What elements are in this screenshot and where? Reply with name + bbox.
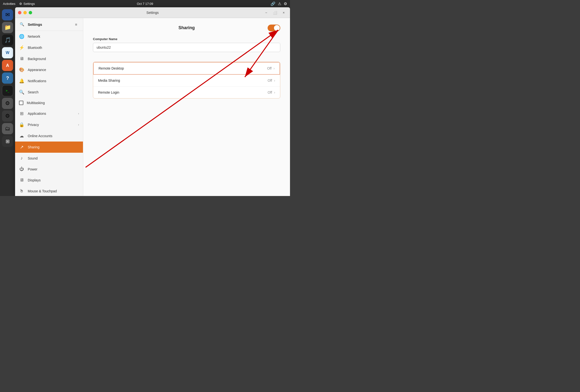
sidebar-search-button[interactable]: 🔍 (18, 20, 26, 28)
applications-arrow: › (78, 112, 79, 115)
sidebar-item-displays[interactable]: 🖥 Displays (15, 175, 83, 186)
sidebar-item-displays-label: Displays (28, 178, 79, 182)
content-area: 🔍 Settings ≡ 🌐 Network ⚡ Bluetooth 🖥 Bac… (15, 18, 290, 196)
window-titlebar: Settings − ⬜ × (15, 7, 290, 18)
window-maximize-button[interactable] (29, 11, 32, 14)
remote-login-item[interactable]: Remote Login Off › (93, 87, 280, 98)
online-accounts-icon: ☁ (19, 133, 24, 139)
media-sharing-item[interactable]: Media Sharing Off › (93, 75, 280, 87)
sidebar-title: Settings (28, 22, 70, 26)
sidebar-item-sharing-label: Sharing (28, 145, 79, 149)
sidebar-item-sharing[interactable]: ↗ Sharing (15, 141, 83, 153)
sidebar-item-multitasking[interactable]: Multitasking (15, 98, 83, 108)
window-action-close[interactable]: × (280, 9, 287, 16)
computer-name-label: Computer Name (93, 37, 280, 41)
sidebar-item-search-label: Search (28, 90, 79, 94)
sidebar-menu-button[interactable]: ≡ (72, 20, 80, 28)
sidebar-item-online-accounts-label: Online Accounts (28, 134, 79, 138)
system-bar-left: Activities ⚙ Settings (3, 2, 35, 5)
sidebar-item-sound[interactable]: ♪ Sound (15, 153, 83, 164)
sidebar-item-power-label: Power (28, 167, 79, 171)
applications-icon: ⊞ (19, 111, 24, 116)
window-action-minimize[interactable]: − (263, 9, 270, 16)
privacy-icon: 🔒 (19, 122, 24, 128)
media-sharing-arrow: › (274, 79, 275, 82)
computer-name-input[interactable] (93, 43, 280, 52)
settings-indicator: ⚙ Settings (19, 2, 35, 5)
system-bar: Activities ⚙ Settings Oct 7 17:09 🔗 ⚠ ⚙ (0, 0, 290, 7)
privacy-arrow: › (78, 123, 79, 127)
sidebar-item-mouse[interactable]: 🖱 Mouse & Touchpad (15, 186, 83, 196)
window-close-button[interactable] (18, 11, 21, 14)
sidebar-item-background-label: Background (28, 57, 79, 61)
taskbar-icon-settings[interactable]: ⚙ (2, 98, 13, 109)
sidebar-item-sound-label: Sound (28, 156, 79, 160)
remote-desktop-arrow: › (274, 66, 275, 70)
taskbar-icon-thunderbird[interactable]: ✉ (2, 9, 13, 20)
sidebar-item-online-accounts[interactable]: ☁ Online Accounts (15, 130, 83, 141)
sidebar-item-notifications-label: Notifications (28, 79, 79, 83)
sharing-toggle[interactable] (268, 24, 280, 31)
sidebar-item-appearance-label: Appearance (28, 68, 79, 72)
network-icon: 🌐 (19, 34, 24, 39)
sidebar-item-applications[interactable]: ⊞ Applications › (15, 108, 83, 119)
background-icon: 🖥 (19, 56, 24, 61)
sidebar-item-network-label: Network (28, 34, 79, 38)
sound-icon: ♪ (19, 156, 24, 161)
media-sharing-label: Media Sharing (98, 79, 268, 82)
sidebar: 🔍 Settings ≡ 🌐 Network ⚡ Bluetooth 🖥 Bac… (15, 18, 83, 196)
remote-desktop-status: Off (267, 66, 272, 70)
sidebar-item-background[interactable]: 🖥 Background (15, 53, 83, 64)
taskbar: ✉ 📁 🎵 W A ? >_ ⚙ ⚙ 🗂 ⊞ (0, 7, 15, 196)
taskbar-icon-filemgr[interactable]: 🗂 (2, 123, 13, 134)
sidebar-item-privacy-label: Privacy (28, 123, 75, 127)
search-icon: 🔍 (19, 90, 24, 95)
sidebar-header: 🔍 Settings ≡ (15, 18, 83, 31)
taskbar-icon-appstore[interactable]: A (2, 60, 13, 71)
bluetooth-icon: ⚡ (19, 45, 24, 50)
sidebar-item-bluetooth[interactable]: ⚡ Bluetooth (15, 42, 83, 53)
main-window: Settings − ⬜ × 🔍 Settings ≡ 🌐 Network ⚡ … (15, 7, 290, 196)
system-bar-datetime: Oct 7 17:09 (137, 2, 153, 5)
taskbar-icon-writer[interactable]: W (2, 47, 13, 58)
taskbar-icon-terminal[interactable]: >_ (2, 85, 13, 96)
sidebar-item-applications-label: Applications (28, 112, 75, 116)
window-title: Settings (146, 11, 159, 14)
remote-login-arrow: › (274, 91, 275, 94)
remote-login-status: Off (268, 91, 272, 94)
taskbar-icon-apps-grid[interactable]: ⊞ (2, 136, 13, 147)
main-panel: Sharing Computer Name Remote Desktop Off… (83, 18, 290, 196)
window-action-restore[interactable]: ⬜ (272, 9, 278, 16)
window-minimize-button[interactable] (23, 11, 27, 14)
sidebar-item-power[interactable]: ⏻ Power (15, 164, 83, 175)
sidebar-item-bluetooth-label: Bluetooth (28, 46, 79, 50)
displays-icon: 🖥 (19, 177, 24, 183)
activities-button[interactable]: Activities (3, 2, 15, 5)
sidebar-item-search[interactable]: 🔍 Search (15, 87, 83, 98)
multitasking-icon (19, 101, 23, 105)
media-sharing-status: Off (268, 79, 272, 82)
taskbar-icon-files[interactable]: 📁 (2, 22, 13, 33)
sidebar-item-notifications[interactable]: 🔔 Notifications (15, 75, 83, 87)
sidebar-item-mouse-label: Mouse & Touchpad (28, 189, 79, 193)
panel-title: Sharing (178, 25, 195, 30)
sidebar-item-appearance[interactable]: 🎨 Appearance (15, 64, 83, 75)
system-bar-right: 🔗 ⚠ ⚙ (271, 1, 287, 6)
sidebar-item-privacy[interactable]: 🔒 Privacy › (15, 119, 83, 130)
warning-tray-icon[interactable]: ⚠ (278, 1, 281, 6)
power-icon: ⏻ (19, 167, 24, 172)
toggle-thumb (274, 25, 280, 31)
sharing-icon: ↗ (19, 144, 24, 150)
taskbar-icon-settings2[interactable]: ⚙ (2, 110, 13, 122)
taskbar-icon-rhythmbox[interactable]: 🎵 (2, 34, 13, 46)
remote-login-label: Remote Login (98, 91, 268, 94)
sidebar-item-network[interactable]: 🌐 Network (15, 31, 83, 42)
settings-tray-icon[interactable]: ⚙ (284, 1, 287, 6)
sharing-options-list: Remote Desktop Off › Media Sharing Off ›… (93, 62, 280, 99)
remote-desktop-label: Remote Desktop (99, 66, 267, 70)
taskbar-icon-help[interactable]: ? (2, 72, 13, 84)
sidebar-item-multitasking-label: Multitasking (27, 101, 79, 105)
network-tray-icon[interactable]: 🔗 (271, 1, 276, 6)
window-controls (18, 11, 32, 14)
remote-desktop-item[interactable]: Remote Desktop Off › (93, 62, 280, 75)
